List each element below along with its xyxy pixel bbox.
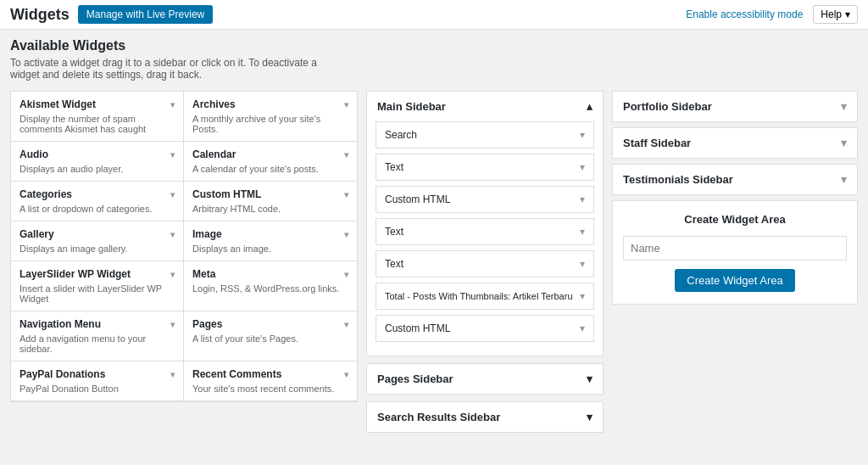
widget-item[interactable]: Navigation Menu ▾ Add a navigation menu …: [11, 311, 184, 361]
widget-item[interactable]: Gallery ▾ Displays an image gallery.: [11, 221, 184, 261]
accessibility-link[interactable]: Enable accessibility mode: [686, 8, 803, 20]
slot-chevron-icon: ▾: [580, 226, 585, 238]
right-sidebar-title: Portfolio Sidebar: [623, 100, 712, 113]
search-results-sidebar-title: Search Results Sidebar: [377, 411, 500, 423]
widget-item[interactable]: Recent Comments ▾ Your site's most recen…: [184, 361, 357, 401]
widget-header: Meta ▾: [192, 268, 348, 280]
widget-item[interactable]: Calendar ▾ A calendar of your site's pos…: [184, 142, 357, 182]
help-button[interactable]: Help ▾: [813, 5, 858, 24]
widget-name: Pages: [192, 318, 222, 330]
widget-header: PayPal Donations ▾: [19, 368, 175, 380]
sidebar-slot[interactable]: Custom HTML ▾: [376, 186, 594, 213]
widget-item[interactable]: Audio ▾ Displays an audio player.: [11, 142, 184, 182]
available-widgets-description: To activate a widget drag it to a sideba…: [10, 57, 332, 81]
sidebar-slot[interactable]: Text ▾: [376, 250, 594, 277]
slot-label: Custom HTML: [385, 322, 450, 334]
main-sidebar: Main Sidebar ▴ Search ▾ Text ▾ Custom HT…: [366, 91, 604, 356]
widget-item[interactable]: Meta ▾ Login, RSS, & WordPress.org links…: [184, 261, 357, 311]
widget-chevron-icon: ▾: [170, 370, 175, 379]
widget-item[interactable]: Archives ▾ A monthly archive of your sit…: [184, 92, 357, 142]
pages-sidebar-header[interactable]: Pages Sidebar ▾: [367, 364, 603, 394]
widget-item[interactable]: Image ▾ Displays an image.: [184, 221, 357, 261]
create-area-button[interactable]: Create Widget Area: [675, 269, 794, 292]
search-results-sidebar-chevron-icon: ▾: [587, 411, 593, 423]
widget-header: Navigation Menu ▾: [19, 318, 175, 330]
right-sidebar-title: Testimonials Sidebar: [623, 173, 733, 186]
widget-chevron-icon: ▾: [344, 100, 348, 109]
sidebar-slot[interactable]: Total - Posts With Thumbnails: Artikel T…: [376, 283, 594, 310]
right-sidebar-header[interactable]: Testimonials Sidebar ▾: [613, 165, 857, 194]
right-sidebar-header[interactable]: Staff Sidebar ▾: [613, 128, 857, 158]
widget-name: Gallery: [19, 228, 54, 240]
sidebar-slot[interactable]: Search ▾: [376, 121, 594, 148]
widget-item[interactable]: Categories ▾ A list or dropdown of categ…: [11, 182, 184, 221]
widget-header: Custom HTML ▾: [192, 188, 348, 200]
slot-label: Text: [385, 258, 403, 270]
widget-desc: Displays an audio player.: [19, 164, 175, 174]
widget-name: Categories: [19, 188, 72, 200]
page-title: Widgets: [10, 6, 70, 24]
top-bar-left: Widgets Manage with Live Preview: [10, 5, 213, 24]
widget-desc: A calendar of your site's posts.: [192, 164, 348, 174]
widget-header: Categories ▾: [19, 188, 175, 200]
slot-chevron-icon: ▾: [580, 322, 585, 334]
available-widgets-panel: Akismet Widget ▾ Display the number of s…: [10, 91, 358, 402]
widget-item[interactable]: Akismet Widget ▾ Display the number of s…: [11, 92, 184, 142]
main-content: Available Widgets To activate a widget d…: [0, 30, 868, 448]
slot-label: Custom HTML: [385, 193, 450, 205]
widget-header: Archives ▾: [192, 98, 348, 110]
widget-item[interactable]: LayerSlider WP Widget ▾ Insert a slider …: [11, 261, 184, 311]
right-sidebar-chevron-icon: ▾: [841, 137, 847, 149]
widget-chevron-icon: ▾: [170, 100, 175, 109]
main-sidebar-header[interactable]: Main Sidebar ▴: [367, 92, 603, 121]
search-results-sidebar-header[interactable]: Search Results Sidebar ▾: [367, 402, 603, 432]
widget-desc: Your site's most recent comments.: [192, 384, 348, 394]
widget-item[interactable]: PayPal Donations ▾ PayPal Donation Butto…: [11, 361, 184, 401]
widget-item[interactable]: Custom HTML ▾ Arbitrary HTML code.: [184, 182, 357, 221]
widget-header: LayerSlider WP Widget ▾: [19, 268, 175, 280]
widget-desc: A list of your site's Pages.: [192, 333, 348, 344]
right-column: Portfolio Sidebar ▾ Staff Sidebar ▾ Test…: [612, 91, 858, 305]
widget-desc: Login, RSS, & WordPress.org links.: [192, 283, 348, 294]
slot-chevron-icon: ▾: [580, 129, 585, 141]
widget-grid: Akismet Widget ▾ Display the number of s…: [10, 91, 358, 402]
pages-sidebar: Pages Sidebar ▾: [366, 363, 604, 395]
main-sidebar-title: Main Sidebar: [377, 100, 446, 113]
widget-desc: Displays an image gallery.: [19, 244, 175, 254]
sidebar-slot[interactable]: Text ▾: [376, 154, 594, 181]
help-chevron-icon: ▾: [845, 8, 850, 20]
widget-chevron-icon: ▾: [170, 190, 175, 199]
widget-item[interactable]: Pages ▾ A list of your site's Pages.: [184, 311, 357, 361]
widget-chevron-icon: ▾: [344, 230, 348, 239]
slot-chevron-icon: ▾: [580, 290, 585, 302]
sidebar-slot[interactable]: Custom HTML ▾: [376, 315, 594, 342]
create-widget-area: Create Widget Area Create Widget Area: [612, 200, 858, 305]
right-sidebar-header[interactable]: Portfolio Sidebar ▾: [613, 92, 857, 121]
widget-chevron-icon: ▾: [170, 270, 175, 279]
widget-name: Image: [192, 228, 222, 240]
slot-label: Text: [385, 161, 403, 173]
top-bar: Widgets Manage with Live Preview Enable …: [0, 0, 868, 30]
widget-area-name-input[interactable]: [623, 236, 847, 261]
sidebar-slot[interactable]: Text ▾: [376, 218, 594, 245]
main-sidebar-content: Search ▾ Text ▾ Custom HTML ▾ Text ▾ Tex…: [367, 121, 603, 356]
widget-desc: Displays an image.: [192, 244, 348, 254]
manage-live-preview-button[interactable]: Manage with Live Preview: [78, 5, 213, 24]
main-sidebar-chevron-icon: ▴: [587, 100, 593, 113]
widget-chevron-icon: ▾: [344, 150, 348, 160]
widget-header: Calendar ▾: [192, 148, 348, 160]
widget-chevron-icon: ▾: [170, 150, 175, 160]
content-layout: Akismet Widget ▾ Display the number of s…: [10, 91, 858, 440]
widget-name: Custom HTML: [192, 188, 261, 200]
widget-name: LayerSlider WP Widget: [19, 268, 131, 280]
widget-name: Meta: [192, 268, 215, 280]
create-area-title: Create Widget Area: [623, 213, 847, 226]
widget-name: Recent Comments: [192, 368, 281, 380]
right-sidebar-chevron-icon: ▾: [841, 173, 847, 186]
available-widgets-title: Available Widgets: [10, 38, 858, 53]
widget-chevron-icon: ▾: [344, 270, 348, 279]
widget-name: Calendar: [192, 148, 236, 160]
pages-sidebar-chevron-icon: ▾: [587, 373, 593, 385]
widget-chevron-icon: ▾: [344, 190, 348, 199]
right-sidebar-title: Staff Sidebar: [623, 137, 691, 149]
